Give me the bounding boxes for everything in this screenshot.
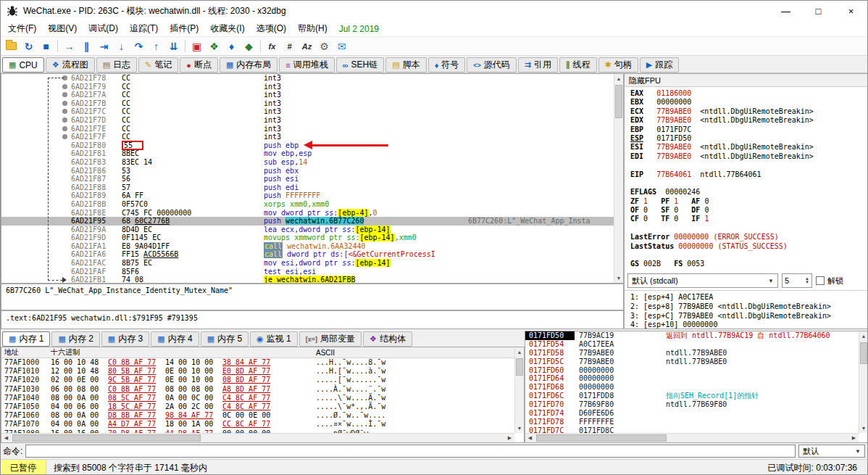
symbols-icon[interactable]: ♦ bbox=[223, 38, 240, 54]
unlock-checkbox[interactable] bbox=[816, 276, 825, 285]
plugins-icon[interactable]: ❖ bbox=[206, 38, 222, 54]
registers-panel[interactable]: 隐藏FPU EAX 01186000EBX 00000000ECX 77B9AB… bbox=[624, 73, 868, 329]
dump-row[interactable]: 77AF101012 00 10 4880 5B AF 770E 00 10 0… bbox=[1, 367, 514, 376]
patch-icon[interactable]: ▣ bbox=[188, 38, 205, 54]
dump-row[interactable]: 77AF104008 00 0A 0008 5C AF 770A 00 0C 0… bbox=[1, 394, 514, 402]
dump-row[interactable]: 77AF106008 00 0A 00D8 8B AF 7798 84 AF 7… bbox=[1, 411, 514, 420]
calling-convention-select[interactable]: 默认 (stdcall) ▼ bbox=[627, 273, 778, 288]
tab-log[interactable]: ▤日志 bbox=[96, 57, 137, 73]
menu-item-4[interactable]: 插件(P) bbox=[164, 21, 204, 36]
stack-row[interactable]: 0171FD54A0C17EEA bbox=[525, 340, 859, 349]
tab-breakpoints[interactable]: ●断点 bbox=[180, 57, 218, 73]
register-line[interactable]: LastError 00000000 (ERROR_SUCCESS) bbox=[630, 233, 868, 241]
step-out-icon[interactable]: ↑ bbox=[148, 38, 164, 54]
menu-item-0[interactable]: 文件(F) bbox=[2, 21, 42, 36]
menu-item-7[interactable]: 帮助(H) bbox=[292, 21, 333, 36]
stack-row[interactable]: 0171FD5C77B9ABE0ntdll.77B9ABE0 bbox=[525, 358, 859, 366]
tab-struct[interactable]: ❖结构体 bbox=[363, 331, 412, 347]
stack-row[interactable]: 0171FD6C0171FDD8指向SEH_Record[1]的指针 bbox=[525, 392, 859, 400]
stack-row[interactable]: 0171FD74D60FE6D6 bbox=[525, 409, 859, 418]
register-line[interactable]: EFLAGS 00000246 bbox=[630, 188, 868, 197]
register-line[interactable]: GS 002B FS 0053 bbox=[630, 260, 868, 268]
scroll-up-icon[interactable]: ▲ bbox=[614, 74, 623, 83]
tab-dump-4[interactable]: ▦内存 4 bbox=[151, 331, 199, 347]
disasm-row[interactable]: 6AD21F8756push esi bbox=[1, 175, 614, 183]
register-line[interactable]: EDX 77B9ABE0 <ntdll.DbgUiRemoteBreakin> bbox=[630, 116, 868, 125]
stack-row[interactable]: 0171FD78FFFFFFFE bbox=[525, 418, 859, 426]
settings-gear-icon[interactable]: ⚙ bbox=[316, 38, 333, 54]
disasm-row[interactable]: 6AD21FB174 08je wechatwin.6AD21FBB bbox=[1, 276, 614, 284]
scroll-left-icon[interactable]: ◀ bbox=[525, 434, 535, 442]
dump-row[interactable]: 77AF105004 00 06 0018 5C AF 772A 00 2C 0… bbox=[1, 402, 514, 411]
disasm-vscrollbar[interactable]: ▲ ▼ bbox=[614, 74, 623, 283]
disasm-row[interactable]: 6AD21F7ECCint3 bbox=[1, 125, 614, 133]
disasm-row[interactable]: 6AD21F9568 60C2776Bpush wechatwin.6B77C2… bbox=[1, 217, 614, 226]
restart-icon[interactable]: ↻ bbox=[20, 38, 37, 54]
disasm-row[interactable]: 6AD21F7FCCint3 bbox=[1, 133, 614, 141]
tab-notes[interactable]: ✎笔记 bbox=[138, 57, 178, 73]
register-line[interactable]: LastStatus 00000000 (STATUS_SUCCESS) bbox=[630, 242, 868, 251]
disasm-row[interactable]: 6AD21F8857push edi bbox=[1, 183, 614, 192]
stack-panel[interactable]: 0171FD5077B9AC19返回到 ntdll.77B9AC19 自 ntd… bbox=[525, 331, 868, 443]
scroll-thumb[interactable] bbox=[516, 358, 523, 376]
disasm-row[interactable]: 6AD21F7BCCint3 bbox=[1, 99, 614, 108]
dump-row[interactable]: 77AF103006 00 08 00C0 8B AF 7708 00 08 0… bbox=[1, 385, 514, 394]
register-line[interactable]: EBP 0171FD7C bbox=[630, 125, 868, 134]
tab-locals[interactable]: [x=]局部变量 bbox=[299, 331, 362, 347]
run-icon[interactable]: → bbox=[61, 38, 78, 54]
disasm-row[interactable]: 6AD21F7DCCint3 bbox=[1, 116, 614, 125]
register-line[interactable]: OF 0 SF 0 DF 0 bbox=[630, 206, 868, 215]
step-into-icon[interactable]: ↓ bbox=[113, 38, 130, 54]
close-button[interactable]: × bbox=[835, 1, 867, 21]
minimize-button[interactable]: — bbox=[769, 1, 802, 21]
pause-icon[interactable]: ∥ bbox=[78, 38, 95, 54]
stop-icon[interactable]: ■ bbox=[38, 38, 54, 54]
tab-references[interactable]: ⇉引用 bbox=[518, 57, 558, 73]
disasm-row[interactable]: 6AD21FA1E8 9A04D1FFcall wechatwin.6AA324… bbox=[1, 242, 614, 251]
stack-row[interactable]: 0171FD7077B69F80ntdll.77B69F80 bbox=[525, 400, 859, 409]
arg-count-spinner[interactable]: 5 ▲▼ bbox=[782, 273, 812, 288]
text-az-icon[interactable]: Az bbox=[299, 38, 315, 54]
register-line[interactable]: EBX 00000000 bbox=[630, 98, 868, 107]
disasm-row[interactable]: 6AD21F79CCint3 bbox=[1, 83, 614, 91]
disasm-row[interactable]: 6AD21F8EC745 FC 00000000mov dword ptr ss… bbox=[1, 209, 614, 218]
menu-item-1[interactable]: 视图(V) bbox=[42, 21, 83, 36]
disasm-row[interactable]: 6AD21FA6FF15 ACD5566Bcall dword ptr ds:[… bbox=[1, 250, 614, 259]
argument-line[interactable]: 1: [esp+4] A0C17EEA bbox=[630, 293, 868, 302]
spinner-arrows-icon[interactable]: ▲▼ bbox=[805, 277, 809, 284]
tab-dump-3[interactable]: ▦内存 3 bbox=[101, 331, 149, 347]
tab-threads[interactable]: ∥线程 bbox=[559, 57, 597, 73]
disasm-row[interactable]: 6AD21F7ACCint3 bbox=[1, 91, 614, 99]
register-line[interactable]: ZF 1 PF 1 AF 0 bbox=[630, 197, 868, 206]
stack-hscrollbar[interactable]: ◀ ▶ bbox=[525, 433, 859, 442]
menu-item-3[interactable]: 追踪(T) bbox=[124, 21, 164, 36]
dump-row[interactable]: 77AF100016 00 10 48C0 8B AF 7714 00 10 0… bbox=[1, 358, 514, 367]
step-over-icon[interactable]: ↷ bbox=[130, 38, 147, 54]
scroll-right-icon[interactable]: ▶ bbox=[849, 434, 859, 442]
stack-row[interactable]: 0171FD5077B9AC19返回到 ntdll.77B9AC19 自 ntd… bbox=[525, 331, 859, 340]
tab-dump-5[interactable]: ▦内存 5 bbox=[201, 331, 249, 347]
menu-item-6[interactable]: 选项(O) bbox=[251, 21, 292, 36]
tab-call-stack[interactable]: ≡调用堆栈 bbox=[279, 57, 334, 73]
tab-dump-2[interactable]: ▦内存 2 bbox=[51, 331, 99, 347]
scroll-thumb[interactable] bbox=[536, 434, 667, 442]
tab-trace[interactable]: ▶跟踪 bbox=[640, 57, 679, 73]
disasm-row[interactable]: 6AD21FAF85F6test esi,esi bbox=[1, 268, 614, 276]
maximize-button[interactable]: □ bbox=[802, 1, 835, 21]
dump-vscrollbar[interactable]: ▲ ▼ bbox=[514, 347, 524, 433]
disasm-row[interactable]: 6AD21F9D0F1145 ECmovups xmmword ptr ss:[… bbox=[1, 234, 614, 242]
tab-source[interactable]: <>源代码 bbox=[467, 57, 517, 73]
scroll-down-icon[interactable]: ▼ bbox=[859, 424, 868, 433]
stack-vscrollbar[interactable]: ▲ ▼ bbox=[859, 331, 868, 433]
disassembly-panel[interactable]: 6AD21F78CCint36AD21F79CCint36AD21F7ACCin… bbox=[1, 73, 624, 284]
hide-fpu-button[interactable]: 隐藏FPU bbox=[625, 74, 868, 87]
shield-icon[interactable]: ◆ bbox=[241, 38, 257, 54]
command-input[interactable] bbox=[25, 445, 796, 458]
tab-watch-1[interactable]: ◉监视 1 bbox=[250, 331, 298, 347]
scroll-down-icon[interactable]: ▼ bbox=[614, 273, 623, 283]
scroll-left-icon[interactable]: ◀ bbox=[1, 434, 11, 442]
register-line[interactable] bbox=[630, 179, 868, 188]
scroll-thumb[interactable] bbox=[12, 434, 201, 442]
calculator-fx-icon[interactable]: fx bbox=[264, 38, 280, 54]
argument-line[interactable]: 2: [esp+8] 77B9ABE0 <ntdll.DbgUiRemoteBr… bbox=[630, 302, 868, 312]
